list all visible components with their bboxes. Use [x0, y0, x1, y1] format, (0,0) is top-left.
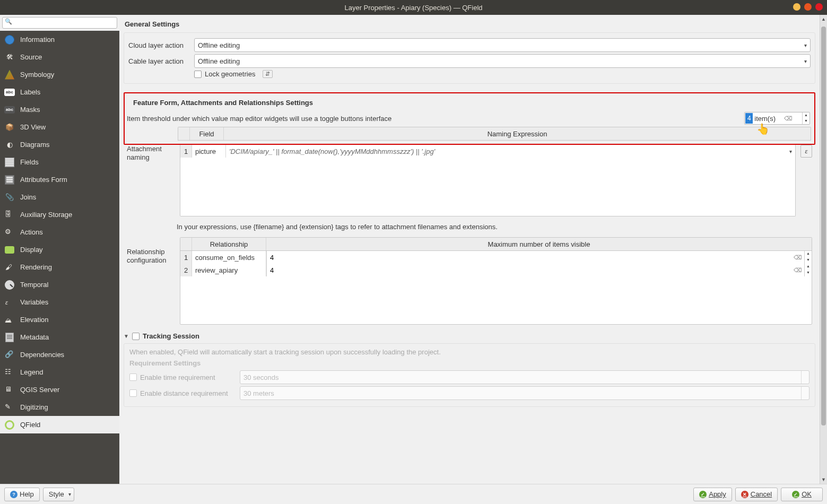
item-threshold-input[interactable] — [745, 113, 753, 124]
display-icon — [5, 246, 14, 254]
sidebar-item-dependencies[interactable]: 🔗Dependencies — [0, 346, 119, 363]
table-row[interactable]: 1 consume_on_fields ⌫ ▲▼ — [180, 251, 812, 264]
lock-geometries-info-icon[interactable]: ⇵ — [263, 70, 273, 78]
general-settings-heading: General Settings — [125, 20, 815, 28]
item-threshold-spinbox[interactable]: item(s)⌫ ▲▼ — [744, 112, 810, 125]
table-row[interactable]: 2 review_apiary ⌫ ▲▼ — [180, 264, 812, 276]
cloud-layer-action-combo[interactable]: Offline editing — [194, 38, 811, 52]
sidebar-item-label: Diagrams — [20, 141, 50, 149]
attachment-table-header-only: Field Naming Expression — [178, 127, 811, 141]
clear-icon[interactable]: ⌫ — [791, 267, 804, 274]
enable-time-requirement-checkbox — [129, 373, 137, 381]
tracking-session-checkbox[interactable] — [132, 333, 140, 340]
sidebar-item-label: Legend — [20, 368, 43, 376]
sidebar-item-actions[interactable]: ⚙Actions — [0, 223, 119, 241]
relationship-max-items-spinbox[interactable]: ⌫ ▲▼ — [266, 264, 812, 276]
apply-button[interactable]: ✓Apply — [693, 488, 732, 501]
vertical-scrollbar[interactable]: ▲ ▼ — [820, 15, 827, 484]
attachment-hint: In your expressions, use {filename} and … — [124, 218, 815, 236]
clear-icon[interactable]: ⌫ — [784, 115, 793, 122]
feature-form-section-highlight: Feature Form, Attachments and Relationsh… — [124, 92, 815, 145]
spin-up-icon[interactable]: ▲ — [803, 112, 809, 118]
sidebar-item-elevation[interactable]: ⛰Elevation — [0, 311, 119, 328]
sidebar-item-symbology[interactable]: Symbology — [0, 66, 119, 83]
sidebar-item-information[interactable]: Information — [0, 31, 119, 48]
spin-down-icon[interactable]: ▼ — [805, 270, 812, 276]
sidebar-item-label: Dependencies — [20, 351, 64, 359]
expression-editor-button[interactable]: ε — [800, 145, 812, 158]
sidebar-item-qfield[interactable]: QField — [0, 416, 119, 433]
minimize-button[interactable] — [793, 3, 800, 11]
close-button[interactable] — [815, 3, 823, 11]
sidebar-item-legend[interactable]: ☷Legend — [0, 363, 119, 381]
attachment-table-head-field: Field — [190, 127, 224, 140]
tracking-session-panel: When enabled, QField will automatically … — [124, 343, 815, 407]
info-icon — [5, 35, 14, 45]
brush-icon: 🖌 — [5, 263, 14, 272]
titlebar: Layer Properties - Apiary (Species) — QF… — [0, 0, 827, 15]
disclosure-triangle-icon: ▼ — [124, 333, 129, 339]
scroll-up-icon[interactable]: ▲ — [820, 15, 827, 23]
help-button[interactable]: ?Help — [4, 488, 40, 501]
sidebar-item-rendering[interactable]: 🖌Rendering — [0, 258, 119, 276]
spin-up-icon[interactable]: ▲ — [805, 251, 812, 257]
cancel-icon: ✕ — [741, 491, 748, 498]
sidebar: Information 🛠Source Symbology abcLabels … — [0, 15, 119, 484]
dialog-footer: ?Help Style ✓Apply ✕Cancel ✓OK — [0, 484, 827, 504]
distance-requirement-input: 30 meters — [240, 386, 809, 400]
enable-distance-requirement-label: Enable distance requirement — [140, 389, 228, 397]
sidebar-item-temporal[interactable]: Temporal — [0, 276, 119, 293]
scrollbar-thumb[interactable] — [821, 27, 826, 425]
clear-icon[interactable]: ⌫ — [791, 254, 804, 261]
attachment-expression-cell[interactable]: 'DCIM/apiary_' || format_date(now(),'yyy… — [226, 145, 795, 158]
sidebar-item-label: Actions — [20, 228, 43, 236]
sidebar-item-variables[interactable]: εVariables — [0, 293, 119, 311]
clock-icon — [5, 280, 14, 290]
spin-up-icon[interactable]: ▲ — [805, 264, 812, 270]
server-icon: 🖥 — [5, 385, 14, 395]
maximize-button[interactable] — [804, 3, 812, 11]
item-threshold-label: Item threshold under which value map edi… — [127, 115, 741, 123]
sidebar-item-digitizing[interactable]: ✎Digitizing — [0, 398, 119, 416]
cable-layer-action-combo[interactable]: Offline editing — [194, 54, 811, 68]
requirement-settings-heading: Requirement Settings — [129, 359, 809, 367]
sidebar-item-label: Temporal — [20, 281, 48, 289]
relationship-max-input[interactable] — [267, 264, 791, 276]
feature-form-heading: Feature Form, Attachments and Relationsh… — [125, 93, 814, 110]
sidebar-item-qgis-server[interactable]: 🖥QGIS Server — [0, 381, 119, 398]
scroll-down-icon[interactable]: ▼ — [820, 475, 827, 484]
time-requirement-input: 30 seconds — [240, 370, 809, 384]
sidebar-search-input[interactable] — [2, 17, 117, 29]
tracking-session-collapser[interactable]: ▼ Tracking Session — [124, 332, 815, 340]
fields-icon — [5, 158, 14, 167]
qfield-icon — [5, 420, 14, 430]
sidebar-item-fields[interactable]: Fields — [0, 153, 119, 171]
attachment-naming-table[interactable]: 1 picture 'DCIM/apiary_' || format_date(… — [180, 145, 796, 216]
sidebar-item-attributes-form[interactable]: Attributes Form — [0, 171, 119, 188]
sidebar-item-source[interactable]: 🛠Source — [0, 48, 119, 66]
network-icon: 🔗 — [5, 350, 14, 360]
sidebar-item-label: Metadata — [20, 333, 49, 341]
lock-geometries-checkbox[interactable] — [194, 71, 202, 78]
item-threshold-unit: item(s)⌫ — [753, 115, 802, 123]
sidebar-item-display[interactable]: Display — [0, 241, 119, 258]
relationship-max-input[interactable] — [267, 251, 791, 263]
table-row[interactable]: 1 picture 'DCIM/apiary_' || format_date(… — [180, 145, 795, 158]
relationship-max-items-spinbox[interactable]: ⌫ ▲▼ — [266, 251, 812, 264]
ok-button[interactable]: ✓OK — [781, 488, 823, 501]
sidebar-item-labels[interactable]: abcLabels — [0, 83, 119, 101]
style-button[interactable]: Style — [43, 488, 74, 501]
spin-down-icon[interactable]: ▼ — [805, 257, 812, 264]
sidebar-item-diagrams[interactable]: ◐Diagrams — [0, 136, 119, 153]
sidebar-item-auxiliary-storage[interactable]: 🗄Auxiliary Storage — [0, 206, 119, 223]
spin-down-icon[interactable]: ▼ — [803, 118, 809, 124]
sidebar-item-metadata[interactable]: Metadata — [0, 328, 119, 346]
database-icon: 🗄 — [5, 210, 14, 220]
legend-icon: ☷ — [5, 368, 14, 377]
sidebar-item-masks[interactable]: abcMasks — [0, 101, 119, 118]
relationship-table[interactable]: Relationship Maximum number of items vis… — [180, 237, 812, 325]
check-icon: ✓ — [699, 491, 707, 498]
sidebar-item-joins[interactable]: 📎Joins — [0, 188, 119, 206]
cancel-button[interactable]: ✕Cancel — [735, 488, 778, 501]
sidebar-item-3d-view[interactable]: 📦3D View — [0, 118, 119, 136]
